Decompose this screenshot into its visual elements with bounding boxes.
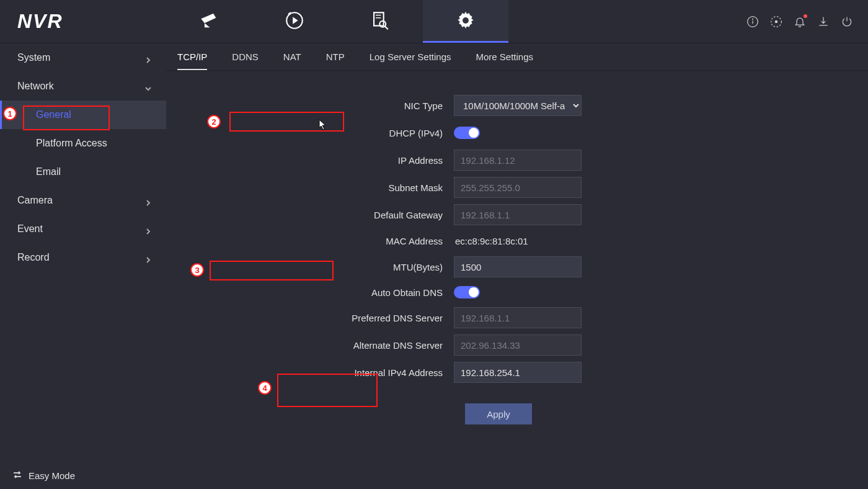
tab-nat[interactable]: NAT: [283, 43, 301, 70]
chevron-right-icon: [145, 226, 151, 232]
subnet-mask-label: Subnet Mask: [166, 182, 454, 193]
sidebar: System Network General Platform Access E…: [0, 43, 166, 489]
nic-type-label: NIC Type: [166, 101, 454, 111]
nav-search[interactable]: [337, 0, 423, 43]
preferred-dns-label: Preferred DNS Server: [166, 313, 454, 323]
main-content: TCP/IP DDNS NAT NTP Log Server Settings …: [166, 43, 868, 489]
sidebar-item-label: General: [36, 109, 71, 120]
svg-point-12: [775, 20, 777, 22]
chevron-right-icon: [145, 254, 151, 261]
settings-tabs: TCP/IP DDNS NAT NTP Log Server Settings …: [166, 43, 868, 71]
ip-address-label: IP Address: [166, 155, 454, 166]
default-gateway-label: Default Gateway: [166, 210, 454, 220]
info-icon[interactable]: [746, 16, 759, 28]
svg-point-10: [753, 19, 753, 19]
sidebar-item-label: Camera: [17, 195, 53, 206]
sidebar-item-event[interactable]: Event: [0, 215, 166, 243]
sidebar-item-network[interactable]: Network: [0, 72, 166, 101]
mtu-label: MTU(Bytes): [166, 262, 454, 272]
playback-icon: [284, 10, 305, 34]
sidebar-item-label: Platform Access: [36, 138, 107, 149]
ip-address-input: [454, 150, 582, 171]
auto-dns-toggle[interactable]: [454, 286, 480, 298]
nic-type-select[interactable]: 10M/100M/1000M Self-adaptive: [454, 95, 582, 116]
nav-settings[interactable]: [423, 0, 508, 43]
svg-rect-2: [374, 12, 384, 25]
nav-playback[interactable]: [252, 0, 337, 43]
subnet-mask-input: [454, 177, 582, 198]
internal-ipv4-label: Internal IPv4 Address: [166, 367, 454, 378]
sidebar-item-general[interactable]: General: [0, 101, 166, 129]
logo: NVR: [0, 10, 166, 33]
sidebar-item-label: System: [17, 52, 50, 63]
alternate-dns-label: Alternate DNS Server: [166, 340, 454, 351]
svg-point-7: [463, 17, 469, 24]
chevron-down-icon: [145, 83, 151, 89]
sidebar-item-platform-access[interactable]: Platform Access: [0, 129, 166, 158]
gear-icon: [455, 10, 476, 34]
nav-live-view[interactable]: [166, 0, 252, 43]
sidebar-item-camera[interactable]: Camera: [0, 186, 166, 215]
mac-address-value: ec:c8:9c:81:8c:01: [454, 236, 582, 246]
header-utilities: [746, 16, 868, 28]
swap-icon: [12, 470, 22, 482]
tab-ddns[interactable]: DDNS: [232, 43, 259, 70]
tcpip-form: NIC Type 10M/100M/1000M Self-adaptive DH…: [166, 71, 868, 424]
alternate-dns-input: [454, 334, 582, 356]
power-icon[interactable]: [841, 16, 853, 28]
tab-tcpip[interactable]: TCP/IP: [177, 43, 207, 70]
main-nav: [166, 0, 746, 43]
easy-mode-label: Easy Mode: [29, 470, 75, 481]
sidebar-item-system[interactable]: System: [0, 43, 166, 72]
camera-icon: [198, 10, 219, 34]
sidebar-item-record[interactable]: Record: [0, 243, 166, 272]
app-header: NVR: [0, 0, 868, 43]
preferred-dns-input: [454, 307, 582, 328]
svg-line-6: [385, 26, 388, 29]
default-gateway-input: [454, 204, 582, 225]
chevron-right-icon: [145, 197, 151, 204]
mac-address-label: MAC Address: [166, 236, 454, 246]
sidebar-item-label: Email: [36, 166, 61, 177]
sidebar-item-label: Record: [17, 252, 50, 263]
dhcp-toggle[interactable]: [454, 127, 480, 139]
mtu-input[interactable]: [454, 256, 582, 277]
sidebar-item-email[interactable]: Email: [0, 158, 166, 186]
auto-dns-label: Auto Obtain DNS: [166, 287, 454, 298]
target-icon[interactable]: [770, 16, 782, 28]
dhcp-label: DHCP (IPv4): [166, 128, 454, 138]
svg-point-0: [212, 16, 215, 18]
notification-dot: [804, 14, 807, 18]
chevron-right-icon: [145, 55, 151, 61]
internal-ipv4-input[interactable]: [454, 362, 582, 383]
download-icon[interactable]: [817, 16, 830, 28]
sidebar-item-label: Event: [17, 223, 43, 235]
tab-more-settings[interactable]: More Settings: [476, 43, 534, 70]
sidebar-item-label: Network: [17, 81, 54, 92]
easy-mode-button[interactable]: Easy Mode: [12, 470, 75, 482]
file-search-icon: [370, 10, 391, 34]
apply-button[interactable]: Apply: [465, 403, 532, 424]
bell-icon[interactable]: [794, 16, 806, 28]
tab-log-server[interactable]: Log Server Settings: [370, 43, 451, 70]
tab-ntp[interactable]: NTP: [326, 43, 345, 70]
